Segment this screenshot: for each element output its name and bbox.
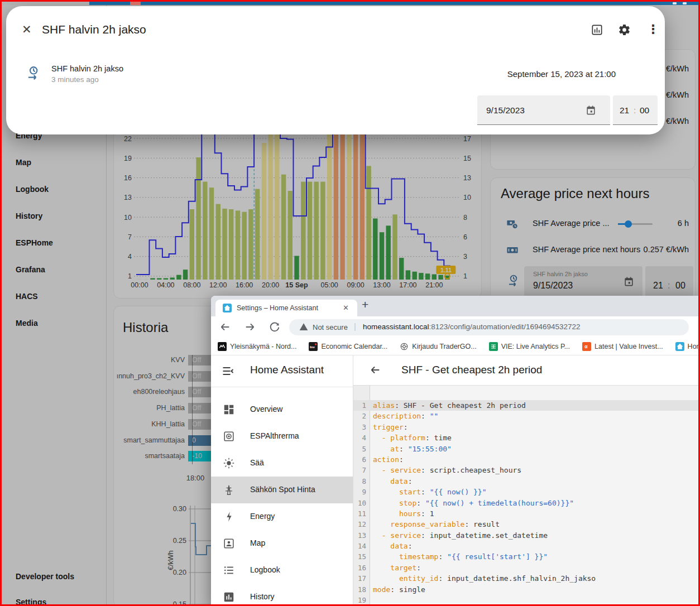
bookmark-label: Home Assistant — [688, 343, 700, 350]
tab-close-icon[interactable]: ✕ — [343, 304, 349, 312]
code-line[interactable]: 15 timestamp: "{{ result['start'] }}" — [353, 551, 700, 562]
code-line[interactable]: 11 hours: 1 — [353, 508, 700, 519]
screenshot-root: EnergyMapLogbookHistoryESPHomeGrafanaHAC… — [0, 0, 700, 606]
yaml-editor[interactable]: 1alias: SHF - Get cheapest 2h period2des… — [353, 386, 700, 606]
code-line[interactable]: 13 - service: input_datetime.set_datetim… — [353, 530, 700, 541]
line-number: 19 — [353, 595, 370, 605]
code-line[interactable]: 17 entity_id: input_datetime.shf_halvin_… — [353, 573, 700, 584]
code-text — [370, 595, 373, 605]
code-text: stop: "{{ now() + timedelta(hours=60)}}" — [370, 498, 574, 508]
hour-value[interactable]: 21 — [620, 105, 629, 116]
line-number: 15 — [353, 551, 370, 562]
code-line[interactable]: 19 — [353, 595, 700, 605]
overflow-menu-icon[interactable]: ⋮ — [647, 22, 659, 36]
ha-app-sidebar: Home Assistant OverviewESPAlthrermaSääSä… — [211, 355, 353, 606]
investing-icon: Inv — [309, 342, 318, 351]
code-text: target: — [370, 562, 421, 573]
code-line[interactable]: 6action: — [353, 454, 700, 465]
back-button[interactable] — [219, 321, 231, 333]
automation-title: SHF - Get cheapest 2h period — [401, 364, 542, 376]
date-value[interactable]: 9/15/2023 — [486, 105, 525, 116]
weather-icon — [223, 457, 235, 469]
forward-button[interactable] — [244, 321, 256, 333]
nav-item-sähkön-spot-hinta[interactable]: Sähkön Spot Hinta — [211, 477, 353, 503]
nav-item-espalthrerma[interactable]: ESPAlthrerma — [211, 423, 353, 450]
bookmark-label: Yleisnäkymä - Nord... — [230, 343, 296, 350]
code-line[interactable]: 3trigger: — [353, 422, 700, 432]
gear-icon[interactable] — [618, 23, 631, 36]
nav-item-label: Energy — [250, 512, 275, 521]
line-number: 12 — [353, 519, 370, 530]
bookmark-label: Economic Calendar... — [321, 343, 387, 350]
espaltherma-icon — [223, 430, 235, 443]
nav-item-map[interactable]: Map — [211, 530, 353, 557]
url-text[interactable]: homeassistant.local:8123/config/automati… — [363, 323, 581, 331]
tradergo-icon — [400, 342, 409, 351]
nav-item-label: Sähkön Spot Hinta — [250, 485, 315, 494]
not-secure-warning-icon — [299, 323, 308, 331]
bookmark-kirjaudu-tradergo[interactable]: Kirjaudu TraderGO... — [400, 342, 476, 351]
address-bar[interactable]: Not secure | homeassistant.local:8123/co… — [289, 319, 689, 335]
minute-value[interactable]: 00 — [640, 105, 649, 116]
strip-gray-segment — [2, 2, 89, 5]
browser-tab[interactable]: Settings – Home Assistant ✕ — [215, 300, 357, 316]
sidebar-menu-icon[interactable] — [221, 364, 234, 378]
date-input[interactable]: 9/15/2023 — [477, 95, 610, 125]
new-tab-button[interactable]: + — [362, 298, 368, 311]
bookmark-yleisn-kym-nord[interactable]: Yleisnäkymä - Nord... — [218, 342, 296, 351]
home-assistant-favicon — [223, 304, 232, 312]
code-line[interactable]: 12 response_variable: result — [353, 519, 700, 530]
bookmark-label: Kirjaudu TraderGO... — [412, 343, 476, 350]
code-line[interactable]: 9 start: "{{ now() }}" — [353, 487, 700, 497]
calendar-icon[interactable] — [586, 105, 596, 116]
overview-icon — [223, 403, 235, 416]
datetime-display: September 15, 2023 at 21:00 — [507, 69, 616, 79]
code-text: description: "" — [370, 411, 438, 421]
line-number: 17 — [353, 573, 370, 584]
close-icon[interactable]: ✕ — [22, 23, 32, 36]
code-line[interactable]: 14 data: — [353, 541, 700, 551]
nav-item-history[interactable]: History — [211, 584, 353, 606]
bookmark-latest-value-invest[interactable]: αLatest | Value Invest... — [582, 342, 663, 351]
refresh-button[interactable] — [269, 321, 281, 333]
code-line[interactable]: 2description: "" — [353, 411, 700, 421]
time-input[interactable]: 21 : 00 — [613, 95, 658, 125]
entity-more-info-dialog: ✕ SHF halvin 2h jakso ⋮ SHF halvin 2h ja… — [6, 6, 665, 134]
code-line[interactable]: 16 target: — [353, 562, 700, 573]
history-icon — [223, 591, 235, 603]
bookmark-label: VIE: Live Analytics P... — [501, 343, 570, 350]
code-line[interactable]: 5 at: "15:55:00" — [353, 444, 700, 454]
code-text: data: — [370, 541, 412, 551]
nav-item-sää[interactable]: Sää — [211, 450, 353, 477]
code-line[interactable]: 1alias: SHF - Get cheapest 2h period — [353, 400, 700, 411]
bookmark-label: Latest | Value Invest... — [594, 343, 663, 350]
code-line[interactable]: 10 stop: "{{ now() + timedelta(hours=60)… — [353, 498, 700, 508]
line-number: 11 — [353, 508, 370, 519]
bookmark-economic-calendar[interactable]: InvEconomic Calendar... — [309, 342, 387, 351]
code-text: - platform: time — [370, 432, 452, 443]
code-line[interactable]: 18mode: single — [353, 584, 700, 595]
code-line[interactable]: 8 data: — [353, 476, 700, 487]
nav-item-energy[interactable]: Energy — [211, 503, 353, 530]
nav-item-logbook[interactable]: Logbook — [211, 557, 353, 584]
nav-item-overview[interactable]: Overview — [211, 396, 353, 423]
history-chart-icon[interactable] — [591, 23, 603, 36]
nav-item-label: Logbook — [250, 565, 280, 574]
line-number: 6 — [353, 454, 370, 465]
code-line[interactable]: 7 - service: script.cheapest_hours — [353, 465, 700, 475]
bookmark-vie-live-analytics-p[interactable]: VIE: Live Analytics P... — [489, 342, 570, 351]
energy-icon — [223, 511, 235, 523]
code-line[interactable]: 4 - platform: time — [353, 432, 700, 443]
strip-icon — [673, 2, 677, 4]
bookmark-home-assistant[interactable]: Home Assistant — [675, 342, 700, 351]
line-number: 10 — [353, 498, 370, 508]
line-number: 5 — [353, 444, 370, 454]
strip-icon — [683, 2, 687, 4]
url-divider: | — [354, 321, 356, 331]
entity-last-changed: 3 minutes ago — [51, 75, 99, 84]
line-number: 4 — [353, 432, 370, 443]
back-icon[interactable] — [369, 364, 381, 376]
browser-content: Home Assistant OverviewESPAlthrermaSääSä… — [211, 355, 700, 606]
alpha-icon: α — [582, 342, 591, 351]
code-text: hours: 1 — [370, 508, 434, 519]
